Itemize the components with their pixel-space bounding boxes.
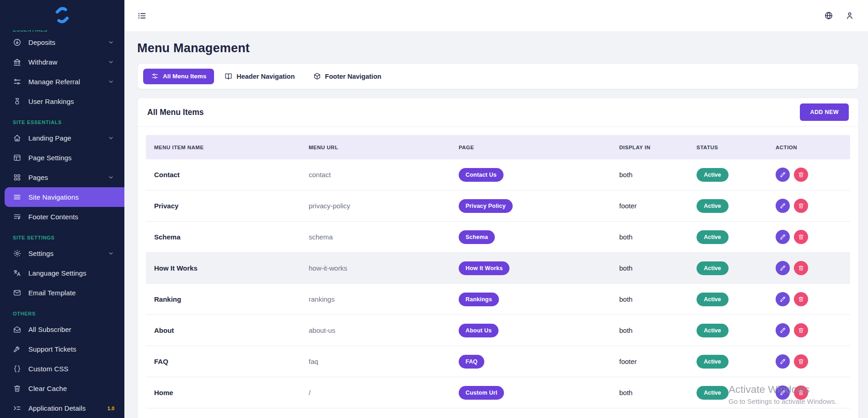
brand-s-logo-icon xyxy=(52,5,73,26)
status-badge: Active xyxy=(697,261,729,275)
sidebar-item-label: Footer Contents xyxy=(28,213,114,221)
edit-button[interactable] xyxy=(776,230,790,244)
add-new-button[interactable]: ADD NEW xyxy=(800,103,849,121)
sidebar-item-withdraw[interactable]: Withdraw xyxy=(0,52,124,72)
edit-button[interactable] xyxy=(776,354,790,369)
table-body: ContactcontactContact UsbothActivePrivac… xyxy=(146,159,850,408)
sidebar-item-landing-page[interactable]: Landing Page xyxy=(0,128,124,148)
trash-icon xyxy=(798,327,804,334)
pencil-icon xyxy=(779,296,786,303)
delete-button[interactable] xyxy=(794,230,808,244)
sidebar-item-label: Application Details xyxy=(28,404,100,412)
status-badge: Active xyxy=(697,355,729,369)
delete-button[interactable] xyxy=(794,354,808,369)
sliders-icon xyxy=(151,72,159,80)
delete-button[interactable] xyxy=(794,168,808,182)
pencil-icon xyxy=(779,389,786,396)
display-in-value: both xyxy=(611,264,688,272)
column-header-action: ACTION xyxy=(767,145,850,150)
edit-button[interactable] xyxy=(776,385,790,400)
sidebar-item-settings[interactable]: Settings xyxy=(0,244,124,263)
trash-icon xyxy=(798,296,804,303)
tab-footer-navigation[interactable]: Footer Navigation xyxy=(305,68,389,85)
wrench-icon xyxy=(13,345,21,353)
delete-button[interactable] xyxy=(794,199,808,213)
delete-button[interactable] xyxy=(794,261,808,275)
pencil-icon xyxy=(779,265,786,271)
user-icon[interactable] xyxy=(845,11,854,20)
grid-icon xyxy=(13,173,21,182)
gear-icon xyxy=(13,249,21,258)
sidebar-section-others: OTHERS xyxy=(0,308,124,320)
menu-item-url: schema xyxy=(300,233,450,241)
chevron-down-icon xyxy=(107,39,114,46)
pencil-icon xyxy=(779,202,786,209)
column-header-menu-url: MENU URL xyxy=(300,145,450,150)
tab-header-navigation[interactable]: Header Navigation xyxy=(217,68,302,85)
menu-item-name: Privacy xyxy=(146,202,300,210)
sidebar-item-site-navigations[interactable]: Site Navigations xyxy=(5,187,124,207)
sidebar-item-clear-cache[interactable]: Clear Cache xyxy=(0,379,124,398)
sidebar-item-custom-css[interactable]: Custom CSS xyxy=(0,359,124,379)
sidebar-item-email-template[interactable]: Email Template xyxy=(0,283,124,303)
table-row-how-it-works: How It Workshow-it-worksHow It Worksboth… xyxy=(146,253,850,284)
sidebar-item-page-settings[interactable]: Page Settings xyxy=(0,148,124,168)
card-title: All Menu Items xyxy=(147,108,204,117)
referral-icon xyxy=(13,77,21,86)
sidebar-item-label: Custom CSS xyxy=(28,365,114,373)
sidebar-item-all-subscriber[interactable]: All Subscriber xyxy=(0,320,124,339)
delete-button[interactable] xyxy=(794,292,808,306)
app-details-icon xyxy=(13,404,21,413)
sidebar-nav: ESSENTIALSDepositsWithdrawManage Referra… xyxy=(0,30,124,418)
sidebar-item-user-rankings[interactable]: User Rankings xyxy=(0,92,124,111)
pencil-icon xyxy=(779,171,786,178)
row-actions xyxy=(767,292,850,306)
table-row-contact: ContactcontactContact UsbothActive xyxy=(146,159,850,190)
sidebar-item-pages[interactable]: Pages xyxy=(0,168,124,187)
row-actions xyxy=(767,323,850,337)
brand-logo[interactable] xyxy=(0,0,124,30)
edit-button[interactable] xyxy=(776,261,790,275)
trash-icon xyxy=(798,265,804,271)
edit-button[interactable] xyxy=(776,323,790,337)
row-actions xyxy=(767,261,850,275)
delete-button[interactable] xyxy=(794,323,808,337)
home-icon xyxy=(13,134,21,142)
page-badge: Schema xyxy=(459,230,495,244)
sidebar-item-manage-referral[interactable]: Manage Referral xyxy=(0,72,124,92)
globe-icon[interactable] xyxy=(824,11,833,20)
trash-icon xyxy=(798,171,804,178)
chevron-down-icon xyxy=(107,78,114,85)
tab-all-menu-items[interactable]: All Menu Items xyxy=(143,69,214,84)
topbar-actions xyxy=(824,11,854,20)
pencil-icon xyxy=(779,358,786,365)
menu-item-name: Schema xyxy=(146,233,300,241)
book-icon xyxy=(225,72,232,80)
edit-button[interactable] xyxy=(776,292,790,306)
sidebar-item-label: Deposits xyxy=(28,38,101,46)
table-row-faq: FAQfaqFAQfooterActive xyxy=(146,346,850,377)
status-badge: Active xyxy=(697,199,729,213)
sidebar-item-label: All Subscriber xyxy=(28,326,114,333)
status-badge: Active xyxy=(697,324,729,337)
list-return-icon xyxy=(13,212,21,221)
sidebar-item-label: Page Settings xyxy=(28,154,114,162)
sidebar-item-application-details[interactable]: Application Details1.0 xyxy=(0,398,124,418)
table-row-about: Aboutabout-usAbout UsbothActive xyxy=(146,315,850,346)
edit-button[interactable] xyxy=(776,199,790,213)
menu-item-name: Contact xyxy=(146,171,300,179)
display-in-value: footer xyxy=(611,358,688,365)
menu-item-name: Home xyxy=(146,389,300,396)
sidebar-item-support-tickets[interactable]: Support Tickets xyxy=(0,339,124,359)
sidebar-item-deposits[interactable]: Deposits xyxy=(0,33,124,52)
delete-button[interactable] xyxy=(794,385,808,400)
status-badge: Active xyxy=(697,293,729,306)
column-header-page: PAGE xyxy=(450,145,611,150)
edit-button[interactable] xyxy=(776,168,790,182)
sidebar-item-language-settings[interactable]: Language Settings xyxy=(0,263,124,283)
list-icon[interactable] xyxy=(137,11,147,21)
table-row-schema: SchemaschemaSchemabothActive xyxy=(146,222,850,253)
status-badge: Active xyxy=(697,168,729,182)
column-header-menu-item-name: MENU ITEM NAME xyxy=(146,145,300,150)
sidebar-item-footer-contents[interactable]: Footer Contents xyxy=(0,207,124,227)
